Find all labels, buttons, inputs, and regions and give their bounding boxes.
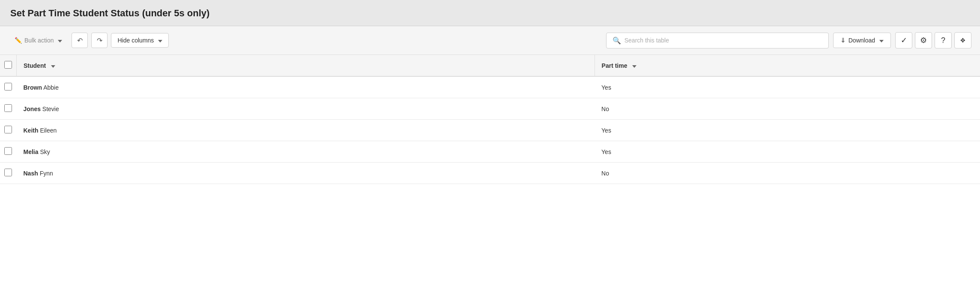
help-icon: ? [941, 36, 945, 45]
hide-columns-label: Hide columns [117, 37, 154, 44]
page-wrapper: Set Part Time Student Status (under 5s o… [0, 0, 980, 284]
column-header-part-time[interactable]: Part time [595, 55, 980, 76]
download-button[interactable]: ⇓ Download [833, 33, 891, 48]
chevron-down-icon-2 [156, 37, 162, 44]
student-first-name-1: Stevie [42, 106, 59, 112]
search-wrapper: 🔍 [606, 33, 829, 48]
student-first-name-4: Fynn [40, 170, 53, 177]
row-checkbox-cell-0 [0, 76, 17, 98]
page-title: Set Part Time Student Status (under 5s o… [10, 8, 970, 19]
row-checkbox-cell-3 [0, 141, 17, 163]
student-last-name-3: Melia [24, 148, 39, 155]
part-time-sort-icon [630, 62, 636, 69]
toolbar: ✏️ Bulk action ↶ ↷ Hide columns 🔍 [0, 26, 980, 55]
table-row: Nash Fynn No [0, 163, 980, 184]
student-cell-4: Nash Fynn [17, 163, 595, 184]
undo-button[interactable]: ↶ [72, 33, 88, 48]
row-checkbox-1[interactable] [4, 104, 12, 112]
row-checkbox-cell-4 [0, 163, 17, 184]
student-first-name-0: Abbie [43, 84, 59, 91]
row-checkbox-cell-1 [0, 98, 17, 120]
download-icon: ⇓ [840, 36, 846, 44]
main-table: Student Part time [0, 55, 980, 184]
student-cell-3: Melia Sky [17, 141, 595, 163]
header-checkbox-cell [0, 55, 17, 76]
row-checkbox-0[interactable] [4, 83, 12, 91]
table-body: Brown Abbie Yes Jones Stevie No Keith Ei… [0, 76, 980, 184]
search-input[interactable] [624, 37, 822, 44]
student-first-name-3: Sky [40, 148, 50, 155]
title-bar: Set Part Time Student Status (under 5s o… [0, 0, 980, 26]
chevron-down-icon-3 [878, 37, 884, 44]
part-time-cell-2: Yes [595, 120, 980, 141]
bulk-action-label: Bulk action [24, 37, 54, 44]
row-checkbox-cell-2 [0, 120, 17, 141]
table-row: Brown Abbie Yes [0, 76, 980, 98]
bulk-action-button[interactable]: ✏️ Bulk action [9, 33, 68, 47]
checkmark-icon: ✓ [901, 36, 907, 45]
student-cell-2: Keith Eileen [17, 120, 595, 141]
row-checkbox-3[interactable] [4, 147, 12, 155]
gear-icon: ⚙ [920, 36, 927, 45]
toolbar-right: ✓ ⚙ ? ✥ [895, 32, 971, 48]
help-button[interactable]: ? [935, 32, 952, 48]
student-last-name-2: Keith [24, 127, 39, 134]
student-last-name-1: Jones [24, 106, 41, 112]
table-row: Jones Stevie No [0, 98, 980, 120]
table-header-row: Student Part time [0, 55, 980, 76]
student-last-name-0: Brown [24, 84, 42, 91]
settings-button[interactable]: ⚙ [915, 32, 932, 48]
chevron-down-icon [56, 37, 62, 44]
checkmark-button[interactable]: ✓ [895, 32, 912, 48]
table-container: Student Part time [0, 55, 980, 284]
table-row: Keith Eileen Yes [0, 120, 980, 141]
undo-icon: ↶ [77, 36, 83, 45]
select-all-checkbox[interactable] [4, 61, 12, 69]
student-column-label: Student [24, 62, 46, 69]
row-checkbox-4[interactable] [4, 169, 12, 176]
download-label: Download [849, 37, 875, 44]
student-cell-0: Brown Abbie [17, 76, 595, 98]
part-time-cell-3: Yes [595, 141, 980, 163]
redo-icon: ↷ [97, 36, 102, 45]
row-checkbox-2[interactable] [4, 126, 12, 133]
part-time-cell-0: Yes [595, 76, 980, 98]
part-time-cell-4: No [595, 163, 980, 184]
redo-button[interactable]: ↷ [91, 33, 108, 48]
column-header-student[interactable]: Student [17, 55, 595, 76]
student-cell-1: Jones Stevie [17, 98, 595, 120]
toolbar-left: ✏️ Bulk action ↶ ↷ Hide columns [9, 33, 169, 48]
student-first-name-2: Eileen [40, 127, 57, 134]
search-icon: 🔍 [612, 36, 621, 45]
expand-button[interactable]: ✥ [954, 32, 971, 48]
table-row: Melia Sky Yes [0, 141, 980, 163]
pencil-icon: ✏️ [15, 37, 22, 44]
expand-icon: ✥ [960, 37, 965, 44]
part-time-column-label: Part time [602, 62, 627, 69]
hide-columns-button[interactable]: Hide columns [111, 33, 169, 48]
student-last-name-4: Nash [24, 170, 38, 177]
student-sort-icon [49, 62, 55, 69]
part-time-cell-1: No [595, 98, 980, 120]
